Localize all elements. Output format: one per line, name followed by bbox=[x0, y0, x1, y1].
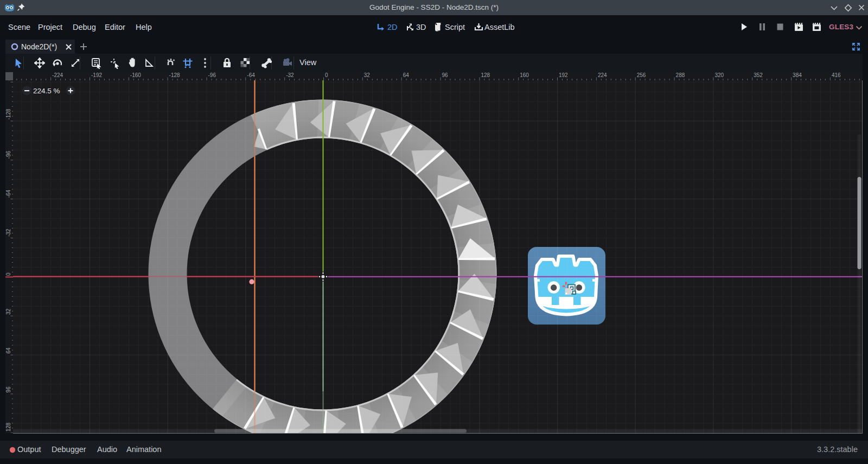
svg-text:256: 256 bbox=[637, 72, 646, 78]
svg-text:128: 128 bbox=[481, 72, 490, 78]
svg-text:-96: -96 bbox=[208, 72, 216, 78]
svg-text:96: 96 bbox=[442, 72, 449, 78]
svg-text:160: 160 bbox=[520, 72, 529, 78]
svg-text:64: 64 bbox=[5, 347, 11, 354]
svg-text:-128: -128 bbox=[169, 72, 180, 78]
svg-text:384: 384 bbox=[793, 72, 802, 78]
svg-text:0: 0 bbox=[5, 272, 11, 276]
svg-text:64: 64 bbox=[403, 72, 410, 78]
svg-text:96: 96 bbox=[5, 386, 11, 393]
svg-text:32: 32 bbox=[5, 308, 11, 315]
svg-text:-32: -32 bbox=[286, 72, 294, 78]
svg-text:320: 320 bbox=[714, 72, 724, 78]
svg-text:-32: -32 bbox=[5, 228, 11, 237]
svg-text:-64: -64 bbox=[247, 72, 255, 78]
svg-text:-224: -224 bbox=[52, 72, 63, 78]
svg-text:-64: -64 bbox=[5, 189, 11, 198]
svg-text:352: 352 bbox=[754, 72, 763, 78]
svg-text:-160: -160 bbox=[5, 80, 11, 81]
svg-text:-160: -160 bbox=[130, 72, 141, 78]
svg-text:32: 32 bbox=[364, 72, 371, 78]
svg-text:-128: -128 bbox=[5, 109, 11, 119]
svg-text:-96: -96 bbox=[5, 151, 11, 159]
svg-text:128: 128 bbox=[5, 422, 11, 431]
svg-text:224: 224 bbox=[598, 72, 607, 78]
svg-text:-192: -192 bbox=[91, 72, 102, 78]
svg-text:192: 192 bbox=[559, 72, 568, 78]
svg-text:0: 0 bbox=[325, 72, 328, 78]
svg-text:416: 416 bbox=[832, 72, 841, 78]
svg-text:288: 288 bbox=[676, 72, 685, 78]
